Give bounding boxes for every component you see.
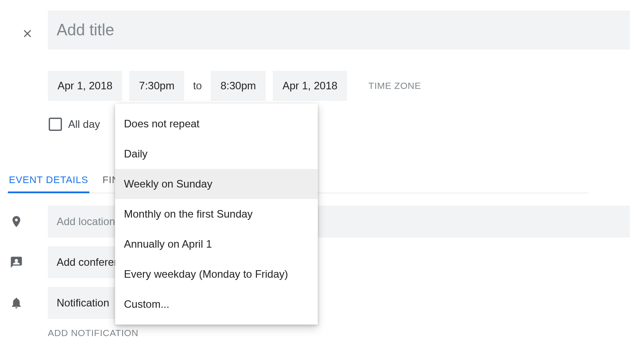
datetime-row: Apr 1, 2018 7:30pm to 8:30pm Apr 1, 2018… (48, 71, 630, 101)
event-title-input[interactable] (48, 11, 630, 50)
add-notification-button[interactable]: ADD NOTIFICATION (48, 328, 630, 338)
repeat-option-weekly[interactable]: Weekly on Sunday (115, 169, 318, 199)
timezone-button[interactable]: TIME ZONE (368, 80, 421, 91)
all-day-checkbox[interactable]: All day (49, 118, 100, 131)
notification-label: Notification (57, 297, 109, 309)
repeat-option-weekday[interactable]: Every weekday (Monday to Friday) (115, 259, 318, 289)
repeat-option-custom[interactable]: Custom... (115, 289, 318, 319)
close-icon (21, 27, 34, 40)
to-label: to (191, 80, 204, 92)
checkbox-icon (49, 118, 62, 131)
start-date-chip[interactable]: Apr 1, 2018 (48, 71, 122, 101)
end-time-chip[interactable]: 8:30pm (211, 71, 266, 101)
end-date-chip[interactable]: Apr 1, 2018 (273, 71, 347, 101)
repeat-option-daily[interactable]: Daily (115, 139, 318, 169)
close-button[interactable] (19, 25, 36, 42)
tab-event-details[interactable]: EVENT DETAILS (9, 174, 89, 193)
location-icon (10, 215, 23, 228)
repeat-option-does-not-repeat[interactable]: Does not repeat (115, 109, 318, 139)
repeat-option-monthly[interactable]: Monthly on the first Sunday (115, 199, 318, 229)
all-day-label: All day (68, 118, 100, 130)
conferencing-icon (10, 256, 23, 269)
start-time-chip[interactable]: 7:30pm (129, 71, 184, 101)
repeat-option-annually[interactable]: Annually on April 1 (115, 229, 318, 259)
repeat-dropdown: Does not repeat Daily Weekly on Sunday M… (115, 103, 318, 325)
bell-icon (10, 296, 23, 310)
